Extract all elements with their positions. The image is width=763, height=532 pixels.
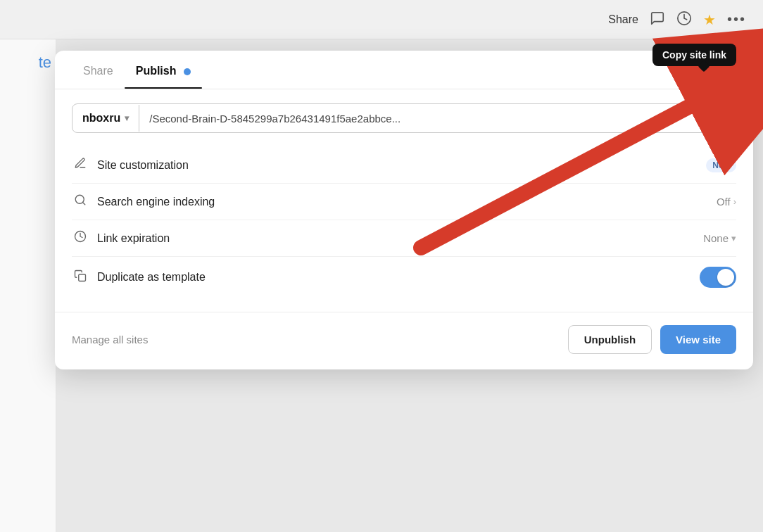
search-engine-value: Off › xyxy=(717,196,736,208)
duplicate-template-toggle[interactable] xyxy=(700,267,736,288)
publish-active-dot xyxy=(184,68,191,75)
link-expiration-chevron: ▾ xyxy=(731,233,736,243)
modal-footer: Manage all sites Unpublish View site xyxy=(55,312,753,369)
sidebar: te xyxy=(0,39,56,532)
publish-modal: Copy site link Share Publish nboxru ▾ /S… xyxy=(55,51,753,369)
setting-link-expiration[interactable]: Link expiration None ▾ xyxy=(72,220,736,257)
more-options-icon[interactable]: ••• xyxy=(727,11,746,27)
history-icon[interactable] xyxy=(676,11,692,28)
setting-search-engine[interactable]: Search engine indexing Off › xyxy=(72,184,736,220)
view-site-button[interactable]: View site xyxy=(660,325,736,354)
site-customization-label: Site customization xyxy=(97,159,692,172)
search-engine-chevron: › xyxy=(733,196,736,207)
svg-line-2 xyxy=(82,202,84,204)
setting-duplicate-template[interactable]: Duplicate as template xyxy=(72,257,736,298)
manage-all-sites-link[interactable]: Manage all sites xyxy=(72,334,148,346)
site-selector[interactable]: nboxru ▾ xyxy=(72,105,139,132)
url-bar: nboxru ▾ /Second-Brain-D-5845299a7b26431… xyxy=(72,103,736,133)
favorite-icon[interactable]: ★ xyxy=(703,11,716,28)
copy-site-link-tooltip: Copy site link xyxy=(652,44,736,66)
site-name: nboxru xyxy=(82,112,120,125)
new-badge: New xyxy=(706,158,736,172)
browser-bar: Share ★ ••• xyxy=(0,0,763,39)
tab-publish[interactable]: Publish xyxy=(125,51,202,89)
tab-share[interactable]: Share xyxy=(72,51,125,89)
search-engine-icon xyxy=(72,194,89,210)
link-expiration-icon xyxy=(72,230,89,246)
svg-rect-4 xyxy=(79,274,86,281)
site-customization-icon xyxy=(72,157,89,173)
duplicate-template-icon xyxy=(72,270,89,286)
modal-body: nboxru ▾ /Second-Brain-D-5845299a7b26431… xyxy=(55,89,753,312)
unpublish-button[interactable]: Unpublish xyxy=(568,325,652,354)
site-selector-chevron: ▾ xyxy=(125,113,129,123)
link-expiration-value: None ▾ xyxy=(703,232,736,244)
setting-site-customization[interactable]: Site customization New xyxy=(72,147,736,184)
comment-icon[interactable] xyxy=(650,11,665,28)
search-engine-label: Search engine indexing xyxy=(97,196,708,208)
browser-share-text[interactable]: Share xyxy=(608,13,638,26)
sidebar-partial-text: te xyxy=(39,53,56,72)
modal-tabs: Share Publish xyxy=(55,51,753,89)
duplicate-template-label: Duplicate as template xyxy=(97,271,691,284)
link-expiration-label: Link expiration xyxy=(97,232,695,245)
footer-buttons: Unpublish View site xyxy=(568,325,736,354)
url-path: /Second-Brain-D-5845299a7b26431491f5ae2a… xyxy=(139,106,701,132)
settings-list: Site customization New Search engine ind… xyxy=(72,147,736,298)
copy-link-button[interactable] xyxy=(701,104,736,132)
